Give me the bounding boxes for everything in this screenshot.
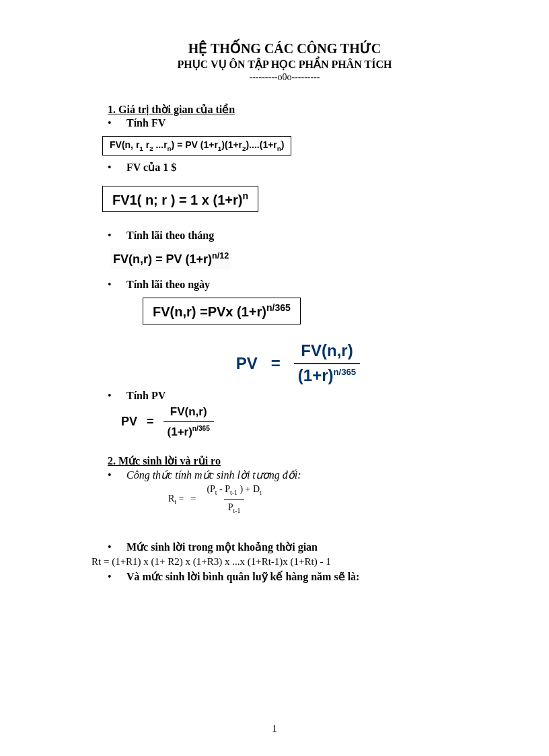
bullet-tinh-lai-thang: • Tính lãi theo tháng [108,230,462,242]
bullet-period-label: Mức sinh lời trong một khoảng thời gian [126,541,318,553]
pv-lhs: PV [236,354,258,373]
formula-day: FV(n,r) =PVx (1+r)n/365 [143,298,301,324]
f: r [143,139,149,150]
title-sub: PHỤC VỤ ÔN TẬP HỌC PHẦN PHÂN TÍCH [108,58,462,71]
f: )....(1+r [246,139,277,150]
pv2-eq: = [147,415,154,429]
bullet-tinh-pv: • Tính PV [108,390,462,402]
bullet-dot-icon: • [108,279,126,291]
f: n [242,191,248,201]
section-2-heading: 2. Mức sinh lời và rủi ro [108,454,462,467]
bullet-month-label: Tính lãi theo tháng [126,230,214,242]
bullet-dot-icon: • [108,469,126,481]
pv-num: FV(n,r) [297,342,357,362]
bullet-dot-icon: • [108,541,126,553]
rt-eq2: = [190,494,196,505]
f: (P [207,484,215,494]
formula-month: FV(n,r) = PV (1+r)n/12 [110,248,231,269]
page: HỆ THỐNG CÁC CÔNG THỨC PHỤC VỤ ÔN TẬP HỌ… [0,0,549,613]
pv2-fraction: FV(n,r) (1+r)n/365 [163,406,214,438]
bullet-dot-icon: • [108,117,126,129]
bullet-tinh-lai-ngay: • Tính lãi theo ngày [108,279,462,291]
bullet-pv-label: Tính PV [126,390,166,402]
title-divider: ---------o0o--------- [108,72,462,83]
formula-pv-navy: PV = FV(n,r) (1+r)n/365 [135,342,462,384]
f: FV(n,r) = PV (1+r) [113,252,212,266]
f: ...r [153,139,168,150]
bullet-relative-label: Công thức tính mức sinh lời tương đối: [126,469,301,481]
f: t-1 [230,489,237,496]
f: t-1 [233,507,241,514]
f: R [168,493,174,504]
rt-den: Pt-1 [224,499,245,515]
rt-num: (Pt - Pt-1 ) + Dt [203,484,265,500]
bullet-dot-icon: • [108,162,126,174]
bullet-dot-icon: • [108,230,126,242]
f: n/365 [333,367,356,377]
bullet-tinh-fv-label: Tính FV [126,117,166,129]
bullet-fv1-label: FV của 1 $ [126,161,176,174]
f: FV(n,r) =PVx (1+r) [153,304,266,319]
pv-fraction: FV(n,r) (1+r)n/365 [294,342,360,384]
rt-fraction: (Pt - Pt-1 ) + Dt Pt-1 [203,484,265,515]
f: t [260,489,262,496]
pv2-num: FV(n,r) [166,406,211,421]
pv2-lhs: PV [121,415,137,429]
pv-den: (1+r)n/365 [294,363,360,384]
bullet-relative-return: • Công thức tính mức sinh lời tương đối: [108,469,462,481]
f: FV1( n; r ) = 1 x (1+r) [112,192,242,207]
f: (1+r) [298,366,334,384]
f: n/365 [266,302,291,313]
bullet-annual-cumulative: • Và mức sinh lời bình quân luỹ kế hàng … [108,570,462,583]
bullet-dot-icon: • [108,571,126,583]
pv2-den: (1+r)n/365 [163,421,214,438]
bullet-annual-label: Và mức sinh lời bình quân luỹ kế hàng nă… [126,570,359,583]
f: = [176,493,184,504]
f: ) [281,139,285,150]
bullet-dot-icon: • [108,390,126,402]
formula-fv1: FV1( n; r ) = 1 x (1+r)n [102,186,258,213]
f: n/365 [192,425,210,432]
bullet-fv-1-dollar: • FV của 1 $ [108,161,462,174]
f: )(1+r [221,139,242,150]
f: ) = PV (1+r [172,139,218,150]
rt-lhs: Rt = [168,493,184,506]
f: P [228,502,233,512]
f: - P [217,484,230,494]
f: ) + D [237,484,260,494]
formula-pv-small: PV = FV(n,r) (1+r)n/365 [121,406,462,438]
f: (1+r) [168,425,192,438]
f: FV(n, r [110,139,139,150]
f: n/12 [212,251,229,261]
bullet-day-label: Tính lãi theo ngày [126,279,210,291]
title-main: HỆ THỐNG CÁC CÔNG THỨC [108,40,462,57]
pv-eq: = [271,354,281,373]
formula-rt-period: Rt = (1+R1) x (1+ R2) x (1+R3) x ...x (1… [92,556,462,568]
section-1-heading: 1. Giá trị thời gian của tiền [108,103,462,116]
page-number: 1 [0,723,549,734]
formula-fv-general: FV(n, r1 r2 ...rn) = PV (1+r1)(1+r2)....… [102,136,291,156]
formula-rt: Rt = = (Pt - Pt-1 ) + Dt Pt-1 [168,484,462,515]
bullet-tinh-fv: • Tính FV [108,117,462,129]
bullet-period-return: • Mức sinh lời trong một khoảng thời gia… [108,541,462,553]
